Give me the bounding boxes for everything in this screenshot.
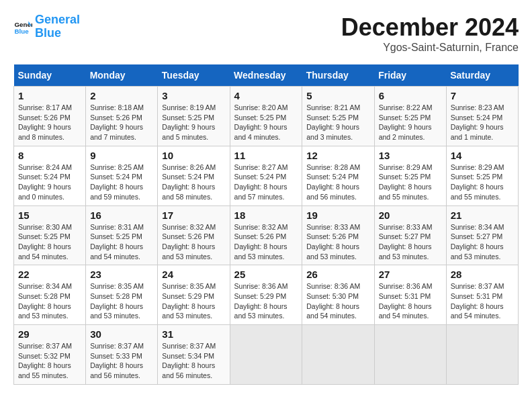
month-title: December 2024 xyxy=(341,13,519,42)
calendar-cell: 28Sunrise: 8:37 AMSunset: 5:31 PMDayligh… xyxy=(446,265,518,325)
calendar-cell: 31Sunrise: 8:37 AMSunset: 5:34 PMDayligh… xyxy=(158,325,230,385)
calendar-cell: 29Sunrise: 8:37 AMSunset: 5:32 PMDayligh… xyxy=(14,325,86,385)
calendar-cell: 22Sunrise: 8:34 AMSunset: 5:28 PMDayligh… xyxy=(14,265,86,325)
weekday-header-tuesday: Tuesday xyxy=(158,64,230,87)
calendar-cell: 30Sunrise: 8:37 AMSunset: 5:33 PMDayligh… xyxy=(86,325,158,385)
day-number: 12 xyxy=(306,150,369,161)
day-info: Sunrise: 8:21 AMSunset: 5:25 PMDaylight:… xyxy=(306,103,360,141)
calendar-cell: 2Sunrise: 8:18 AMSunset: 5:26 PMDaylight… xyxy=(86,87,158,146)
day-number: 31 xyxy=(162,328,225,340)
day-number: 18 xyxy=(234,210,298,221)
day-number: 25 xyxy=(234,269,298,280)
calendar-week-row: 29Sunrise: 8:37 AMSunset: 5:32 PMDayligh… xyxy=(14,325,519,385)
day-info: Sunrise: 8:33 AMSunset: 5:27 PMDaylight:… xyxy=(379,223,433,261)
day-info: Sunrise: 8:35 AMSunset: 5:28 PMDaylight:… xyxy=(90,282,144,320)
weekday-header-thursday: Thursday xyxy=(302,64,374,87)
day-number: 9 xyxy=(90,150,153,161)
day-number: 30 xyxy=(90,328,153,340)
day-number: 28 xyxy=(451,269,514,280)
day-number: 16 xyxy=(90,210,153,221)
day-number: 23 xyxy=(90,269,153,280)
day-info: Sunrise: 8:36 AMSunset: 5:31 PMDaylight:… xyxy=(379,282,433,320)
day-number: 10 xyxy=(162,150,225,161)
calendar-cell: 25Sunrise: 8:36 AMSunset: 5:29 PMDayligh… xyxy=(230,265,302,325)
day-info: Sunrise: 8:22 AMSunset: 5:25 PMDaylight:… xyxy=(379,103,433,141)
day-number: 26 xyxy=(306,269,369,280)
calendar-table: SundayMondayTuesdayWednesdayThursdayFrid… xyxy=(13,64,519,385)
day-info: Sunrise: 8:37 AMSunset: 5:33 PMDaylight:… xyxy=(90,342,144,379)
calendar-cell: 12Sunrise: 8:28 AMSunset: 5:24 PMDayligh… xyxy=(302,146,374,205)
calendar-cell: 20Sunrise: 8:33 AMSunset: 5:27 PMDayligh… xyxy=(374,205,446,265)
calendar-cell: 27Sunrise: 8:36 AMSunset: 5:31 PMDayligh… xyxy=(374,265,446,325)
day-info: Sunrise: 8:36 AMSunset: 5:29 PMDaylight:… xyxy=(234,282,288,320)
calendar-cell: 19Sunrise: 8:33 AMSunset: 5:26 PMDayligh… xyxy=(302,205,374,265)
calendar-cell: 8Sunrise: 8:24 AMSunset: 5:24 PMDaylight… xyxy=(14,146,86,205)
calendar-cell: 11Sunrise: 8:27 AMSunset: 5:24 PMDayligh… xyxy=(230,146,302,205)
day-number: 19 xyxy=(306,210,369,221)
day-number: 22 xyxy=(18,269,81,280)
calendar-cell: 7Sunrise: 8:23 AMSunset: 5:24 PMDaylight… xyxy=(446,87,518,146)
calendar-cell xyxy=(230,325,302,385)
svg-text:Blue: Blue xyxy=(14,28,29,35)
calendar-cell: 15Sunrise: 8:30 AMSunset: 5:25 PMDayligh… xyxy=(14,205,86,265)
day-info: Sunrise: 8:37 AMSunset: 5:31 PMDaylight:… xyxy=(451,282,504,320)
calendar-week-row: 8Sunrise: 8:24 AMSunset: 5:24 PMDaylight… xyxy=(14,146,519,205)
day-number: 15 xyxy=(18,210,81,221)
day-info: Sunrise: 8:23 AMSunset: 5:24 PMDaylight:… xyxy=(451,103,504,141)
calendar-cell xyxy=(374,325,446,385)
weekday-header-saturday: Saturday xyxy=(446,64,518,87)
page-header: General Blue GeneralBlue December 2024 Y… xyxy=(13,13,519,54)
day-info: Sunrise: 8:37 AMSunset: 5:34 PMDaylight:… xyxy=(162,342,216,379)
calendar-cell: 10Sunrise: 8:26 AMSunset: 5:24 PMDayligh… xyxy=(158,146,230,205)
day-number: 24 xyxy=(162,269,225,280)
day-info: Sunrise: 8:32 AMSunset: 5:26 PMDaylight:… xyxy=(162,223,216,261)
day-number: 4 xyxy=(234,90,298,101)
day-info: Sunrise: 8:37 AMSunset: 5:32 PMDaylight:… xyxy=(18,342,72,379)
calendar-cell: 16Sunrise: 8:31 AMSunset: 5:25 PMDayligh… xyxy=(86,205,158,265)
day-info: Sunrise: 8:27 AMSunset: 5:24 PMDaylight:… xyxy=(234,163,288,201)
weekday-header-friday: Friday xyxy=(374,64,446,87)
calendar-cell: 1Sunrise: 8:17 AMSunset: 5:26 PMDaylight… xyxy=(14,87,86,146)
calendar-cell: 24Sunrise: 8:35 AMSunset: 5:29 PMDayligh… xyxy=(158,265,230,325)
calendar-cell: 4Sunrise: 8:20 AMSunset: 5:25 PMDaylight… xyxy=(230,87,302,146)
day-number: 14 xyxy=(451,150,514,161)
day-number: 11 xyxy=(234,150,298,161)
day-info: Sunrise: 8:18 AMSunset: 5:26 PMDaylight:… xyxy=(90,103,144,141)
calendar-cell: 13Sunrise: 8:29 AMSunset: 5:25 PMDayligh… xyxy=(374,146,446,205)
calendar-week-row: 15Sunrise: 8:30 AMSunset: 5:25 PMDayligh… xyxy=(14,205,519,265)
day-number: 21 xyxy=(451,210,514,221)
calendar-cell: 14Sunrise: 8:29 AMSunset: 5:25 PMDayligh… xyxy=(446,146,518,205)
calendar-cell: 18Sunrise: 8:32 AMSunset: 5:26 PMDayligh… xyxy=(230,205,302,265)
day-info: Sunrise: 8:29 AMSunset: 5:25 PMDaylight:… xyxy=(379,163,433,201)
day-number: 20 xyxy=(379,210,442,221)
day-number: 2 xyxy=(90,90,153,101)
day-info: Sunrise: 8:20 AMSunset: 5:25 PMDaylight:… xyxy=(234,103,288,141)
day-info: Sunrise: 8:17 AMSunset: 5:26 PMDaylight:… xyxy=(18,103,72,141)
calendar-cell: 21Sunrise: 8:34 AMSunset: 5:27 PMDayligh… xyxy=(446,205,518,265)
day-number: 5 xyxy=(306,90,369,101)
calendar-cell: 23Sunrise: 8:35 AMSunset: 5:28 PMDayligh… xyxy=(86,265,158,325)
logo: General Blue GeneralBlue xyxy=(13,13,80,40)
weekday-header-row: SundayMondayTuesdayWednesdayThursdayFrid… xyxy=(14,64,519,87)
weekday-header-monday: Monday xyxy=(86,64,158,87)
weekday-header-sunday: Sunday xyxy=(14,64,86,87)
day-number: 1 xyxy=(18,90,81,101)
day-number: 3 xyxy=(162,90,225,101)
day-number: 27 xyxy=(379,269,442,280)
calendar-cell xyxy=(446,325,518,385)
calendar-cell: 3Sunrise: 8:19 AMSunset: 5:25 PMDaylight… xyxy=(158,87,230,146)
calendar-cell: 6Sunrise: 8:22 AMSunset: 5:25 PMDaylight… xyxy=(374,87,446,146)
day-info: Sunrise: 8:19 AMSunset: 5:25 PMDaylight:… xyxy=(162,103,216,141)
day-number: 29 xyxy=(18,328,81,340)
day-info: Sunrise: 8:33 AMSunset: 5:26 PMDaylight:… xyxy=(306,223,360,261)
day-number: 6 xyxy=(379,90,442,101)
title-block: December 2024 Ygos-Saint-Saturnin, Franc… xyxy=(341,13,519,54)
calendar-cell: 9Sunrise: 8:25 AMSunset: 5:24 PMDaylight… xyxy=(86,146,158,205)
day-info: Sunrise: 8:24 AMSunset: 5:24 PMDaylight:… xyxy=(18,163,72,201)
day-number: 8 xyxy=(18,150,81,161)
day-info: Sunrise: 8:28 AMSunset: 5:24 PMDaylight:… xyxy=(306,163,360,201)
day-info: Sunrise: 8:30 AMSunset: 5:25 PMDaylight:… xyxy=(18,223,72,261)
day-info: Sunrise: 8:25 AMSunset: 5:24 PMDaylight:… xyxy=(90,163,144,201)
day-info: Sunrise: 8:35 AMSunset: 5:29 PMDaylight:… xyxy=(162,282,216,320)
day-info: Sunrise: 8:34 AMSunset: 5:28 PMDaylight:… xyxy=(18,282,72,320)
